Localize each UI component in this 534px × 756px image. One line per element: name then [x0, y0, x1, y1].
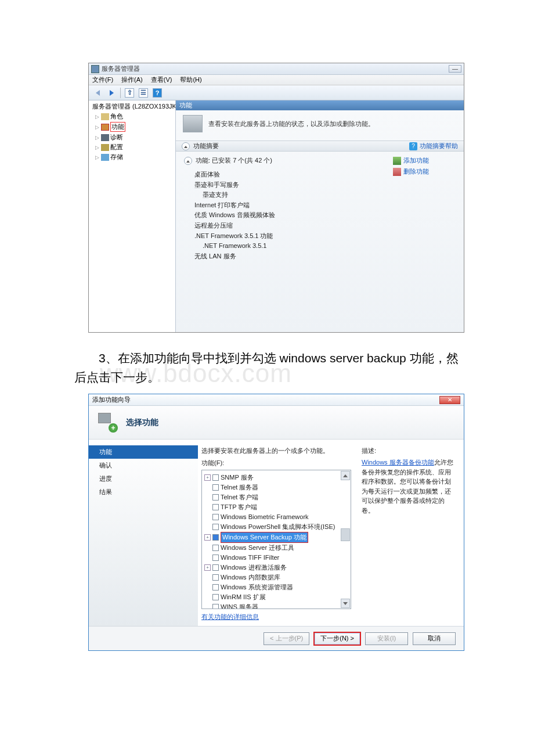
- expand-icon[interactable]: ▷: [95, 124, 100, 130]
- menu-action[interactable]: 操作(A): [121, 75, 143, 84]
- feature-row-was[interactable]: +Windows 进程激活服务: [203, 563, 349, 573]
- wizard-banner-icon: +: [98, 413, 118, 433]
- tree-features[interactable]: ▷ 功能: [90, 121, 174, 132]
- tree-storage-label: 存储: [110, 153, 123, 161]
- collapse-icon[interactable]: [182, 142, 190, 150]
- summary-title: 功能摘要: [193, 142, 219, 150]
- feature-row-telnet-client[interactable]: Telnet 客户端: [203, 492, 349, 502]
- checkbox[interactable]: [212, 584, 219, 591]
- next-button[interactable]: 下一步(N) >: [314, 632, 360, 645]
- content-pane: 功能 查看安装在此服务器上功能的状态，以及添加或删除功能。 功能摘要 ? 功能摘…: [176, 100, 464, 332]
- tree-configuration-label: 配置: [110, 143, 123, 152]
- checkbox[interactable]: [212, 564, 219, 571]
- menu-view[interactable]: 查看(V): [151, 75, 172, 84]
- feature-subitem: 墨迹支持: [194, 190, 381, 200]
- checkbox[interactable]: [212, 494, 219, 501]
- expand-icon[interactable]: ▷: [95, 135, 100, 141]
- expand-icon[interactable]: ▷: [95, 114, 100, 120]
- feature-item: 无线 LAN 服务: [194, 251, 381, 262]
- checkbox[interactable]: [212, 514, 219, 520]
- checkbox[interactable]: [212, 545, 219, 551]
- feature-label: Telnet 客户端: [221, 492, 258, 502]
- toolbar: ⇧ ☰ ?: [89, 85, 464, 100]
- install-button[interactable]: 安装(I): [365, 632, 408, 645]
- wizard-step-confirm[interactable]: 确认: [89, 459, 198, 472]
- roles-icon: [101, 113, 109, 120]
- scroll-thumb[interactable]: [341, 528, 350, 541]
- feature-label: Windows Biometric Framework: [221, 512, 309, 522]
- description-link[interactable]: Windows 服务器备份功能: [362, 459, 434, 466]
- server-manager-icon: [91, 65, 99, 73]
- wizard-titlebar[interactable]: 添加功能向导 ✕: [89, 394, 464, 406]
- cancel-button[interactable]: 取消: [413, 632, 456, 645]
- prev-button[interactable]: < 上一步(P): [264, 632, 309, 645]
- wizard-step-features[interactable]: 功能: [89, 445, 198, 459]
- checkbox[interactable]: [212, 594, 219, 600]
- menu-help[interactable]: 帮助(H): [180, 75, 201, 84]
- window-titlebar[interactable]: 服务器管理器 —: [89, 63, 464, 75]
- scroll-down-button[interactable]: [341, 599, 350, 608]
- tree-configuration[interactable]: ▷ 配置: [90, 142, 174, 152]
- nav-tree[interactable]: 服务器管理器 (L28ZOX193JKXSTP ▷ 角色 ▷ 功能 ▷ 诊断 ▷…: [89, 100, 176, 332]
- tree-roles[interactable]: ▷ 角色: [90, 111, 174, 121]
- expand-icon[interactable]: +: [204, 474, 211, 481]
- checkbox[interactable]: [212, 504, 219, 510]
- checkbox[interactable]: [212, 604, 219, 609]
- feature-row-snmp[interactable]: +SNMP 服务: [203, 473, 349, 483]
- wizard-title: 添加功能向导: [92, 395, 131, 404]
- nav-forward-button[interactable]: [105, 87, 118, 99]
- feature-row-wsrm[interactable]: Windows 系统资源管理器: [203, 582, 349, 592]
- toolbar-refresh-button[interactable]: ⇧: [123, 87, 136, 99]
- feature-label: Windows TIFF IFilter: [221, 553, 279, 563]
- checkbox[interactable]: [212, 524, 219, 530]
- nav-back-button[interactable]: [91, 87, 104, 99]
- tree-storage[interactable]: ▷ 存储: [90, 152, 174, 162]
- feature-row-migration[interactable]: Windows Server 迁移工具: [203, 543, 349, 553]
- expand-icon[interactable]: ▷: [95, 154, 100, 160]
- tree-root[interactable]: 服务器管理器 (L28ZOX193JKXSTP: [90, 102, 174, 111]
- scroll-up-button[interactable]: [341, 471, 350, 480]
- more-info-link[interactable]: 有关功能的详细信息: [201, 613, 259, 621]
- summary-help-link[interactable]: ? 功能摘要帮助: [409, 142, 458, 150]
- tree-roles-label: 角色: [110, 112, 123, 121]
- feature-row-wins[interactable]: WINS 服务器: [203, 602, 349, 609]
- feature-row-server-backup[interactable]: +Windows Server Backup 功能: [203, 532, 349, 543]
- add-feature-link[interactable]: 添加功能: [393, 156, 456, 165]
- wizard-step-results[interactable]: 结果: [89, 485, 198, 499]
- server-manager-window: 服务器管理器 — 文件(F) 操作(A) 查看(V) 帮助(H) ⇧ ☰ ? 服…: [88, 63, 464, 333]
- description-text: Windows 服务器备份功能允许您备份并恢复您的操作系统、应用程序和数据。您可…: [362, 458, 454, 515]
- wizard-step-progress[interactable]: 进度: [89, 472, 198, 485]
- expand-icon[interactable]: +: [204, 564, 211, 571]
- tree-root-label: 服务器管理器 (L28ZOX193JKXSTP: [92, 102, 176, 111]
- instruction-line: 3、在添加功能向导中找到并勾选 windows server backup 功能…: [74, 351, 459, 384]
- close-button[interactable]: ✕: [439, 396, 460, 404]
- feature-item: Internet 打印客户端: [194, 200, 381, 211]
- help-icon: ?: [409, 142, 417, 150]
- tree-diagnostics[interactable]: ▷ 诊断: [90, 132, 174, 142]
- checkbox[interactable]: [212, 474, 219, 481]
- feature-row-tftp[interactable]: TFTP 客户端: [203, 502, 349, 512]
- features-tree[interactable]: +SNMP 服务 Telnet 服务器 Telnet 客户端 TFTP 客户端 …: [201, 470, 351, 609]
- expand-icon[interactable]: ▷: [95, 145, 100, 150]
- feature-row-winrm-iis[interactable]: WinRM IIS 扩展: [203, 592, 349, 602]
- menu-file[interactable]: 文件(F): [92, 75, 113, 84]
- collapse-icon[interactable]: [184, 157, 192, 165]
- feature-row-biometric[interactable]: Windows Biometric Framework: [203, 512, 349, 522]
- feature-row-powershell-ise[interactable]: Windows PowerShell 集成脚本环境(ISE): [203, 522, 349, 532]
- feature-row-wid[interactable]: Windows 内部数据库: [203, 573, 349, 582]
- minimize-button[interactable]: —: [449, 65, 461, 73]
- checkbox[interactable]: [212, 555, 219, 561]
- window-title: 服务器管理器: [102, 64, 140, 73]
- feature-row-telnet-server[interactable]: Telnet 服务器: [203, 483, 349, 492]
- expand-icon[interactable]: +: [204, 534, 211, 541]
- toolbar-help-button[interactable]: ?: [151, 87, 164, 99]
- checkbox-checked[interactable]: [212, 534, 219, 541]
- feature-row-tiff[interactable]: Windows TIFF IFilter: [203, 553, 349, 563]
- feature-label: Windows 系统资源管理器: [221, 582, 293, 592]
- installed-features-list: 桌面体验 墨迹和手写服务 墨迹支持 Internet 打印客户端 优质 Wind…: [184, 170, 381, 261]
- checkbox[interactable]: [212, 574, 219, 581]
- toolbar-properties-button[interactable]: ☰: [137, 87, 150, 99]
- checkbox[interactable]: [212, 484, 219, 491]
- remove-feature-link[interactable]: 删除功能: [393, 167, 456, 176]
- summary-bar[interactable]: 功能摘要 ? 功能摘要帮助: [176, 141, 464, 152]
